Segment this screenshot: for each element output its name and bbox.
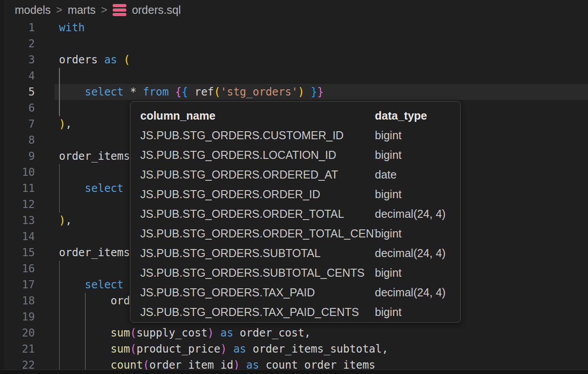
code-token: { <box>182 86 188 98</box>
column-row: JS.PUB.STG_ORDERS.ORDER_IDbigint <box>130 184 460 204</box>
code-token: } <box>311 86 317 98</box>
code-token: order_items <box>59 150 130 162</box>
code-token: ) <box>207 327 214 339</box>
code-token: ) <box>298 86 304 98</box>
code-line[interactable]: 1with <box>0 20 588 36</box>
code-token <box>59 278 85 291</box>
code-text: select * from {{ ref('stg_orders') }} <box>59 84 323 100</box>
indent-guide <box>59 261 60 277</box>
code-token: as <box>104 54 117 66</box>
column-name-cell: JS.PUB.STG_ORDERS.CUSTOMER_ID <box>140 125 375 145</box>
column-name-cell: JS.PUB.STG_ORDERS.SUBTOTAL <box>140 243 375 263</box>
code-text: ), <box>59 212 72 229</box>
code-line[interactable]: 20 sum(supply_cost) as order_cost, <box>0 325 588 341</box>
code-line[interactable]: 4 <box>0 68 588 84</box>
line-number[interactable]: 13 <box>0 212 35 229</box>
data-type-cell: bigint <box>375 125 450 145</box>
code-token: product_price <box>136 343 220 355</box>
code-line[interactable]: 21 sum(product_price) as order_items_sub… <box>0 341 588 357</box>
data-type-cell: bigint <box>375 224 450 243</box>
line-number[interactable]: 12 <box>0 196 35 212</box>
line-number[interactable]: 9 <box>0 148 35 164</box>
line-number[interactable]: 14 <box>0 229 35 245</box>
code-line[interactable]: 3orders as ( <box>0 52 588 68</box>
code-token: * <box>124 86 143 98</box>
indent-guide <box>59 164 60 180</box>
indent-guide <box>59 100 60 116</box>
column-name-cell: JS.PUB.STG_ORDERS.ORDERED_AT <box>140 165 375 184</box>
line-number[interactable]: 21 <box>0 341 35 357</box>
code-token: select <box>85 182 124 195</box>
code-text: ord <box>59 293 130 309</box>
code-token <box>117 54 123 66</box>
indent-guide <box>59 196 60 212</box>
data-type-cell: decimal(24, 4) <box>375 243 450 263</box>
code-token: ) <box>220 343 227 355</box>
code-token: { <box>175 86 181 98</box>
column-name-cell: JS.PUB.STG_ORDERS.ORDER_ID <box>140 184 375 204</box>
code-token: select <box>85 86 124 98</box>
code-token: order_items <box>59 246 130 259</box>
column-info-popup: column_name data_type JS.PUB.STG_ORDERS.… <box>130 101 461 323</box>
data-type-cell: date <box>375 165 450 184</box>
line-number[interactable]: 15 <box>0 245 35 261</box>
breadcrumb: models > marts > orders.sql <box>0 0 588 20</box>
code-token <box>59 327 111 339</box>
column-row: JS.PUB.STG_ORDERS.TAX_PAID_CENTSbigint <box>130 302 460 322</box>
code-token <box>59 182 85 195</box>
chevron-right-icon: > <box>56 4 63 16</box>
line-number[interactable]: 16 <box>0 261 35 277</box>
column-row: JS.PUB.STG_ORDERS.CUSTOMER_IDbigint <box>130 125 460 145</box>
line-number[interactable]: 3 <box>0 52 35 68</box>
line-number[interactable]: 4 <box>0 68 35 84</box>
data-type-cell: bigint <box>375 184 450 204</box>
column-row: JS.PUB.STG_ORDERS.ORDER_TOTAL_CENTSbigin… <box>130 224 460 243</box>
line-number[interactable]: 19 <box>0 309 35 325</box>
code-token: ) <box>59 118 65 130</box>
line-number[interactable]: 8 <box>0 132 35 148</box>
code-text: sum(product_price) as order_items_subtot… <box>59 341 388 357</box>
line-number[interactable]: 11 <box>0 180 35 196</box>
code-token <box>214 327 220 339</box>
breadcrumb-item-models[interactable]: models <box>15 4 51 17</box>
line-number[interactable]: 10 <box>0 164 35 180</box>
editor-bottom-edge <box>0 370 588 374</box>
code-token: 'stg_orders' <box>220 86 298 98</box>
data-type-cell: bigint <box>375 263 450 283</box>
code-token: as <box>233 343 246 355</box>
indent-guide <box>85 309 86 325</box>
data-type-cell: decimal(24, 4) <box>375 283 450 302</box>
line-number[interactable]: 18 <box>0 293 35 309</box>
code-line[interactable]: 2 <box>0 36 588 52</box>
column-name-cell: JS.PUB.STG_ORDERS.TAX_PAID_CENTS <box>140 302 375 322</box>
line-number[interactable]: 20 <box>0 325 35 341</box>
code-text: select <box>59 180 124 196</box>
line-number[interactable]: 1 <box>0 20 35 36</box>
code-token: ord <box>59 295 130 307</box>
code-token: supply_cost <box>136 327 207 339</box>
code-token: order_cost, <box>233 327 311 339</box>
breadcrumb-item-marts[interactable]: marts <box>68 4 96 17</box>
line-number[interactable]: 6 <box>0 100 35 116</box>
popup-rows: JS.PUB.STG_ORDERS.CUSTOMER_IDbigintJS.PU… <box>130 125 460 322</box>
breadcrumb-item-file[interactable]: orders.sql <box>132 4 181 17</box>
code-text: select <box>59 277 124 293</box>
code-token: ( <box>124 54 130 66</box>
code-text: with <box>59 20 85 36</box>
column-name-cell: JS.PUB.STG_ORDERS.LOCATION_ID <box>140 145 375 165</box>
popup-header-row: column_name data_type <box>130 106 460 125</box>
column-name-cell: JS.PUB.STG_ORDERS.TAX_PAID <box>140 283 375 302</box>
code-token <box>304 86 311 98</box>
column-row: JS.PUB.STG_ORDERS.TAX_PAIDdecimal(24, 4) <box>130 283 460 302</box>
line-number[interactable]: 2 <box>0 36 35 52</box>
code-token <box>169 86 175 98</box>
code-line[interactable]: 5 select * from {{ ref('stg_orders') }} <box>0 84 588 100</box>
code-token: order_items_subtotal, <box>246 343 388 355</box>
data-type-cell: bigint <box>375 145 450 165</box>
code-token: } <box>317 86 323 98</box>
line-number[interactable]: 17 <box>0 277 35 293</box>
code-token: ( <box>214 86 220 98</box>
line-number[interactable]: 5 <box>0 84 35 100</box>
code-token <box>59 343 111 355</box>
line-number[interactable]: 7 <box>0 116 35 132</box>
